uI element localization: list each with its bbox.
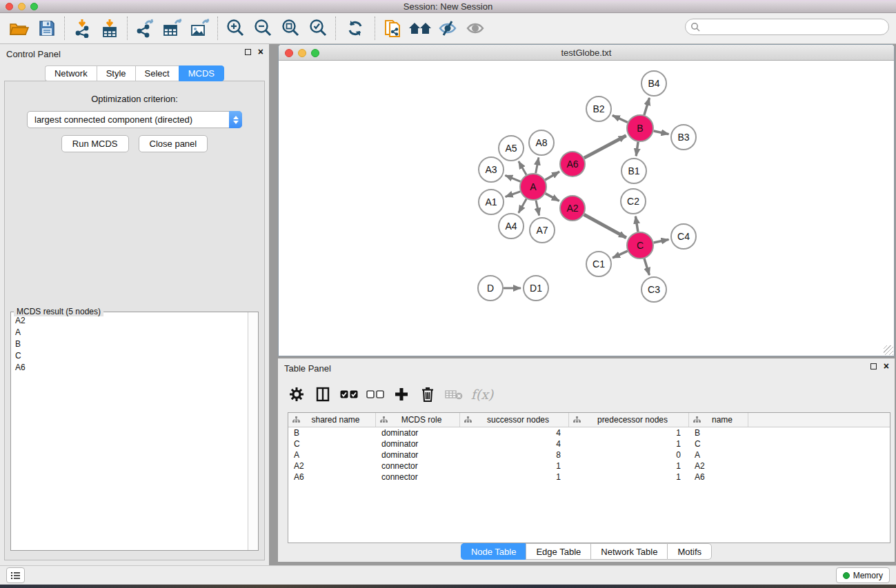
- node-A8[interactable]: A8: [529, 130, 554, 155]
- node-D1[interactable]: D1: [524, 276, 548, 301]
- criterion-select[interactable]: largest connected component (directed): [27, 111, 242, 128]
- clone-network-button[interactable]: [379, 15, 406, 41]
- tab-node-table[interactable]: Node Table: [461, 543, 526, 560]
- node-C[interactable]: C: [627, 232, 653, 258]
- node-A1[interactable]: A1: [479, 190, 504, 214]
- close-panel-button[interactable]: Close panel: [139, 135, 208, 152]
- node-A[interactable]: A: [520, 174, 546, 200]
- node-B[interactable]: B: [627, 115, 653, 141]
- node-B2[interactable]: B2: [586, 97, 611, 121]
- home-layout-button[interactable]: [406, 15, 434, 41]
- memory-button[interactable]: Memory: [836, 567, 890, 583]
- edge-A-A1[interactable]: [506, 192, 521, 197]
- edge-B-B1[interactable]: [636, 142, 638, 156]
- delete-column-button[interactable]: [415, 381, 441, 407]
- node-A2[interactable]: A2: [560, 196, 585, 221]
- node-C2[interactable]: C2: [621, 189, 646, 214]
- node-A4[interactable]: A4: [499, 214, 524, 239]
- node-C1[interactable]: C1: [586, 252, 611, 276]
- table-settings-button[interactable]: [283, 381, 310, 407]
- result-item[interactable]: A6: [11, 361, 248, 373]
- table-row[interactable]: Cdominator41C: [288, 438, 890, 449]
- delete-table-button[interactable]: [441, 381, 467, 407]
- import-table-button[interactable]: [96, 15, 123, 41]
- column-header-predecessor-nodes[interactable]: predecessor nodes: [569, 413, 689, 427]
- column-header-name[interactable]: name: [689, 413, 748, 427]
- run-mcds-button[interactable]: Run MCDS: [61, 135, 129, 152]
- show-column-button[interactable]: [310, 381, 336, 407]
- resize-grip[interactable]: [884, 345, 893, 355]
- node-B4[interactable]: B4: [641, 71, 666, 96]
- node-A3[interactable]: A3: [479, 157, 504, 182]
- node-D[interactable]: D: [478, 276, 503, 301]
- table-row[interactable]: A2connector11A2: [288, 460, 890, 472]
- network-canvas[interactable]: B4B2BB3A5A8A6A3B1AA1C2A2A4A7C4CC1C3DD1: [279, 61, 894, 356]
- add-column-button[interactable]: [388, 381, 415, 407]
- column-header-shared-name[interactable]: shared name: [288, 413, 376, 427]
- tab-network-table[interactable]: Network Table: [590, 543, 667, 560]
- tab-network[interactable]: Network: [45, 65, 97, 81]
- task-history-button[interactable]: [6, 567, 25, 583]
- show-graphics-details-button[interactable]: [461, 15, 489, 41]
- table-row[interactable]: Bdominator41B: [288, 427, 890, 438]
- float-table-panel-icon[interactable]: [870, 363, 877, 369]
- export-image-button[interactable]: [186, 15, 214, 41]
- import-network-button[interactable]: [68, 15, 96, 41]
- edge-C-C4[interactable]: [654, 239, 669, 243]
- node-B1[interactable]: B1: [621, 159, 646, 183]
- result-item[interactable]: B: [11, 338, 248, 349]
- edge-A-A5[interactable]: [519, 161, 526, 175]
- zoom-fit-button[interactable]: [277, 15, 304, 41]
- close-table-panel-icon[interactable]: ×: [884, 363, 889, 369]
- edge-B-B3[interactable]: [654, 131, 669, 134]
- node-A6[interactable]: A6: [560, 152, 585, 176]
- tab-edge-table[interactable]: Edge Table: [526, 543, 590, 560]
- result-scrollbar[interactable]: [248, 312, 258, 550]
- refresh-network-button[interactable]: [339, 15, 371, 41]
- edge-A6-B[interactable]: [584, 136, 626, 158]
- edge-C-C1[interactable]: [613, 251, 628, 258]
- tab-mcds[interactable]: MCDS: [179, 65, 224, 81]
- open-session-button[interactable]: [6, 15, 33, 41]
- result-item[interactable]: C: [11, 349, 248, 361]
- column-header-MCDS-role[interactable]: MCDS role: [376, 413, 460, 427]
- edge-A-A4[interactable]: [519, 199, 526, 212]
- mcds-result-list[interactable]: A2ABCA6: [11, 314, 248, 550]
- edge-C-C2[interactable]: [635, 216, 638, 232]
- edge-A2-C[interactable]: [584, 214, 626, 238]
- node-A5[interactable]: A5: [499, 136, 524, 161]
- float-panel-icon[interactable]: [245, 49, 251, 55]
- edge-A-A8[interactable]: [536, 158, 539, 174]
- node-C4[interactable]: C4: [671, 224, 696, 249]
- result-item[interactable]: A: [11, 326, 248, 338]
- edge-A-A7[interactable]: [536, 201, 539, 216]
- result-item[interactable]: A2: [11, 314, 248, 326]
- hide-graphics-details-button[interactable]: [434, 15, 461, 41]
- tab-select[interactable]: Select: [135, 65, 179, 81]
- edge-A-A6[interactable]: [545, 172, 559, 180]
- function-builder-button[interactable]: f(x): [467, 381, 497, 407]
- save-session-button[interactable]: [33, 15, 61, 41]
- export-network-button[interactable]: [131, 15, 159, 41]
- table-row[interactable]: A6connector11A6: [288, 472, 890, 483]
- node-A7[interactable]: A7: [530, 218, 555, 243]
- tab-style[interactable]: Style: [97, 65, 135, 81]
- zoom-in-button[interactable]: [221, 15, 249, 41]
- edge-B-B4[interactable]: [644, 98, 650, 115]
- node-B3[interactable]: B3: [671, 125, 696, 150]
- edge-B-B2[interactable]: [613, 115, 628, 122]
- search-input[interactable]: [685, 19, 889, 35]
- zoom-out-button[interactable]: [249, 15, 277, 41]
- close-panel-icon[interactable]: ×: [258, 48, 263, 55]
- edge-C-C3[interactable]: [644, 258, 649, 275]
- edge-A-A2[interactable]: [546, 194, 559, 201]
- network-graph[interactable]: B4B2BB3A5A8A6A3B1AA1C2A2A4A7C4CC1C3DD1: [279, 61, 894, 356]
- select-all-button[interactable]: [336, 381, 362, 407]
- table-row[interactable]: Adominator80A: [288, 449, 890, 460]
- column-header-successor-nodes[interactable]: successor nodes: [460, 413, 569, 427]
- tab-motifs[interactable]: Motifs: [667, 543, 712, 560]
- export-table-button[interactable]: [159, 15, 186, 41]
- network-window-titlebar[interactable]: testGlobe.txt: [279, 45, 894, 61]
- zoom-selected-button[interactable]: [304, 15, 332, 41]
- edge-A-A3[interactable]: [505, 175, 520, 181]
